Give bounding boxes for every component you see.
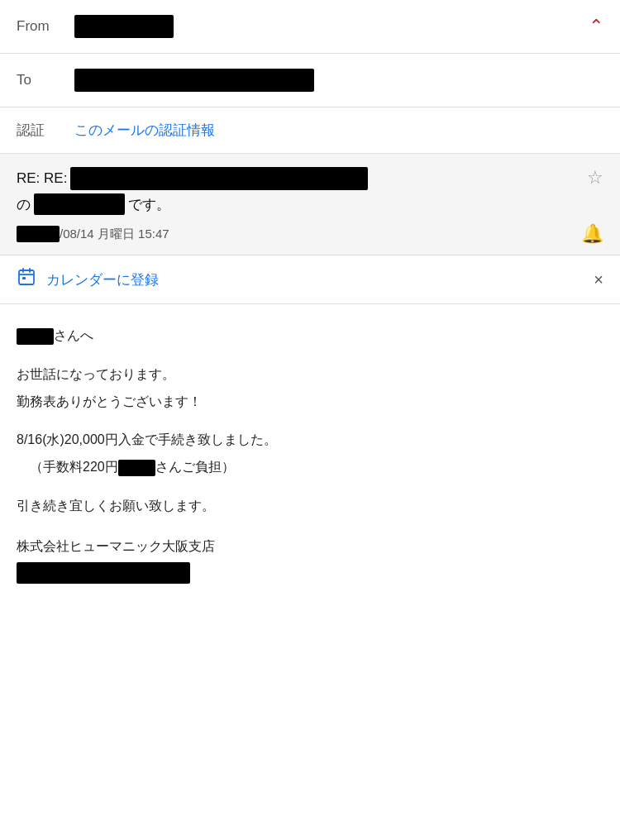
- auth-label: 認証: [17, 121, 74, 140]
- from-label: From: [17, 18, 74, 35]
- subject-redacted: [70, 167, 368, 190]
- body-line1: お世話になっております。: [17, 363, 603, 387]
- subject-sub-redacted: [34, 193, 125, 215]
- calendar-banner: カレンダーに登録 ×: [0, 255, 620, 304]
- fee-suffix: さんご負担）: [155, 460, 235, 474]
- intro-paragraph: お世話になっております。 勤務表ありがとうございます！: [17, 363, 603, 414]
- subject-main: RE: RE:: [17, 167, 579, 190]
- calendar-register-link[interactable]: カレンダーに登録: [46, 270, 594, 289]
- greeting-name-redacted: [17, 328, 54, 345]
- email-body: さんへ お世話になっております。 勤務表ありがとうございます！ 8/16(水)2…: [0, 304, 620, 604]
- subject-no: の: [17, 195, 31, 214]
- fee-prefix: （手数料220円: [30, 460, 118, 474]
- to-label: To: [17, 72, 74, 88]
- close-icon[interactable]: ×: [594, 270, 603, 289]
- from-row: From ⌃: [0, 0, 620, 54]
- payment-paragraph: 8/16(水)20,000円入金で手続き致しました。 （手数料220円さんご負担…: [17, 428, 603, 480]
- body-line5: 引き続き宜しくお願い致します。: [17, 494, 603, 518]
- subject-prefix: RE: RE:: [17, 168, 67, 189]
- subject-suffix: です。: [128, 195, 170, 214]
- to-value-redacted: [74, 69, 314, 92]
- from-value-redacted: [74, 15, 174, 38]
- chevron-up-icon[interactable]: ⌃: [589, 17, 603, 36]
- subject-line: RE: RE: の です。 ☆: [17, 167, 603, 215]
- closing-paragraph: 引き続き宜しくお願い致します。: [17, 494, 603, 518]
- fee-name-redacted: [118, 460, 155, 476]
- body-line4: （手数料220円さんご負担）: [17, 456, 603, 480]
- date-text: /08/14 月曜日 15:47: [17, 226, 169, 242]
- greeting-paragraph: さんへ: [17, 324, 603, 348]
- subject-sub: の です。: [17, 193, 579, 215]
- svg-rect-4: [22, 277, 26, 279]
- to-row: To: [0, 54, 620, 107]
- signature-section: 株式会社ヒューマニック大阪支店: [17, 535, 603, 584]
- subject-text-block: RE: RE: の です。: [17, 167, 579, 215]
- company-name: 株式会社ヒューマニック大阪支店: [17, 535, 603, 559]
- date-suffix: /08/14 月曜日 15:47: [60, 227, 169, 242]
- svg-rect-0: [19, 270, 34, 284]
- auth-link[interactable]: このメールの認証情報: [74, 121, 215, 140]
- body-line3: 8/16(水)20,000円入金で手続き致しました。: [17, 428, 603, 452]
- bell-icon[interactable]: 🔔: [581, 223, 603, 245]
- signature-redacted: [17, 562, 190, 584]
- year-redacted: [17, 226, 60, 242]
- body-line2: 勤務表ありがとうございます！: [17, 390, 603, 414]
- date-row: /08/14 月曜日 15:47 🔔: [17, 223, 603, 245]
- auth-row: 認証 このメールの認証情報: [0, 107, 620, 154]
- calendar-icon: [17, 267, 36, 292]
- greeting-suffix: さんへ: [54, 328, 93, 342]
- star-icon[interactable]: ☆: [587, 167, 603, 189]
- subject-section: RE: RE: の です。 ☆ /08/14 月曜日 15:47 🔔: [0, 154, 620, 255]
